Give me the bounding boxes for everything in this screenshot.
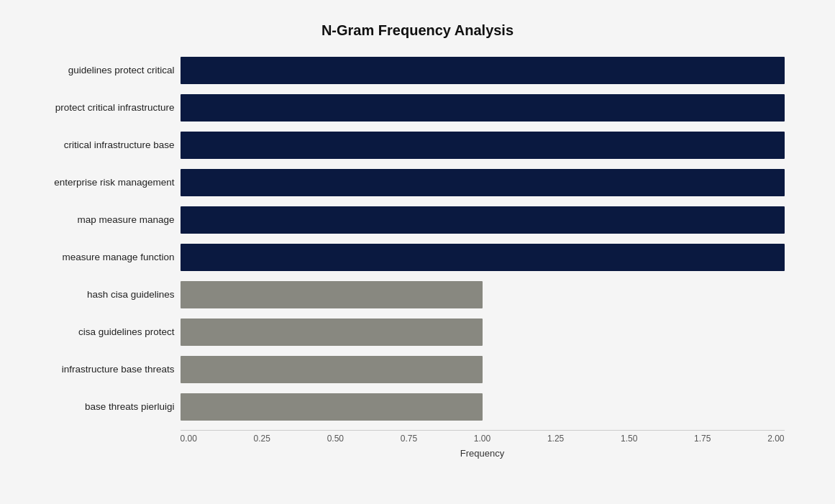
bar-row: enterprise risk management <box>181 164 785 201</box>
x-axis: 0.000.250.500.751.001.251.501.752.00 Fre… <box>181 430 785 459</box>
bar-row: guidelines protect critical <box>181 52 785 89</box>
bar-row: critical infrastructure base <box>181 127 785 164</box>
x-tick-1: 0.25 <box>254 434 270 444</box>
bar-8 <box>181 356 483 383</box>
bar-label: enterprise risk management <box>35 177 175 188</box>
chart-area: guidelines protect criticalprotect criti… <box>181 52 785 426</box>
bar-row: protect critical infrastructure <box>181 89 785 127</box>
bar-row: hash cisa guidelines <box>181 276 785 313</box>
bar-row: map measure manage <box>181 201 785 239</box>
bar-label: protect critical infrastructure <box>35 102 175 113</box>
x-tick-6: 1.50 <box>621 434 637 444</box>
x-axis-ticks: 0.000.250.500.751.001.251.501.752.00 <box>181 434 785 444</box>
bar-label: infrastructure base threats <box>35 364 175 375</box>
bar-1 <box>181 94 785 122</box>
bar-4 <box>181 206 785 234</box>
x-tick-3: 0.75 <box>401 434 417 444</box>
x-axis-label: Frequency <box>181 448 785 459</box>
bar-row: measure manage function <box>181 239 785 276</box>
bar-9 <box>181 393 483 421</box>
chart-inner: guidelines protect criticalprotect criti… <box>37 52 799 459</box>
x-tick-8: 2.00 <box>767 434 784 444</box>
bar-label: hash cisa guidelines <box>35 289 175 300</box>
bar-2 <box>181 132 785 159</box>
bar-row: cisa guidelines protect <box>181 313 785 351</box>
bar-6 <box>181 281 483 308</box>
bar-row: infrastructure base threats <box>181 351 785 388</box>
bar-label: map measure manage <box>35 214 175 225</box>
x-tick-2: 0.50 <box>327 434 344 444</box>
bar-5 <box>181 244 785 271</box>
bar-0 <box>181 57 785 84</box>
chart-container: N-Gram Frequency Analysis guidelines pro… <box>22 8 813 497</box>
bar-label: base threats pierluigi <box>35 401 175 412</box>
x-axis-line <box>181 430 785 431</box>
x-tick-0: 0.00 <box>181 434 197 444</box>
bar-label: guidelines protect critical <box>35 65 175 75</box>
x-tick-7: 1.75 <box>694 434 711 444</box>
bar-label: cisa guidelines protect <box>35 326 175 337</box>
x-tick-5: 1.25 <box>547 434 564 444</box>
bar-7 <box>181 319 483 346</box>
x-tick-4: 1.00 <box>474 434 490 444</box>
bar-row: base threats pierluigi <box>181 388 785 426</box>
bar-label: measure manage function <box>35 252 175 262</box>
bar-3 <box>181 169 785 196</box>
bar-label: critical infrastructure base <box>35 139 175 150</box>
chart-title: N-Gram Frequency Analysis <box>37 22 799 39</box>
